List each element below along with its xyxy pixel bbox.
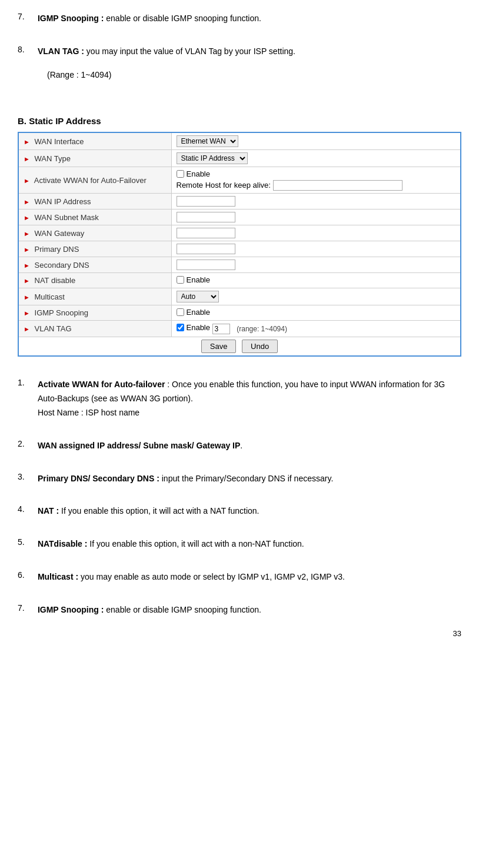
list-num-3: 3. — [18, 472, 35, 481]
wan-type-select[interactable]: Static IP Address — [177, 152, 248, 164]
value-gateway[interactable] — [171, 225, 461, 241]
list-item-1: 1. Activate WWAN for Auto-failover : Onc… — [18, 378, 461, 420]
list-item-3: 3. Primary DNS/ Secondary DNS : input th… — [18, 472, 461, 486]
list-bold-2: WAN assigned IP address/ Subne mask/ Gat… — [38, 441, 240, 450]
vlan-enable-text: Enable — [187, 323, 210, 332]
list-subtext-1: Host Name : ISP host name — [38, 408, 139, 417]
list-text-6: you may enable as auto mode or select by… — [78, 572, 345, 581]
arrow-icon-7: ► — [24, 246, 30, 253]
vlan-enable-checkbox[interactable] — [177, 324, 184, 331]
vlan-range-block: (Range : 1~4094) — [47, 68, 461, 82]
list-num-1: 1. — [18, 378, 35, 387]
label-secondary-dns: ► Secondary DNS — [18, 257, 171, 273]
multicast-select[interactable]: Auto IGMPv1 IGMPv2 IGMPv3 — [177, 291, 219, 302]
table-row-subnet: ► WAN Subnet Mask — [18, 209, 461, 225]
value-vlan-tag[interactable]: Enable (range: 1~4094) — [171, 321, 461, 337]
list-item-2: 2. WAN assigned IP address/ Subne mask/ … — [18, 439, 461, 453]
label-vlan-tag: ► VLAN TAG — [18, 321, 171, 337]
subnet-input[interactable] — [177, 212, 235, 222]
igmp-enable-checkbox[interactable] — [177, 308, 184, 316]
spacer-6 — [18, 463, 461, 472]
igmp-snooping-label-top: IGMP Snooping : — [38, 14, 104, 23]
item-num-7: 7. — [18, 12, 35, 21]
table-row-secondary-dns: ► Secondary DNS — [18, 257, 461, 273]
list-content-4: NAT : If you enable this option, it will… — [38, 504, 459, 518]
list-bold-7: IGMP Snooping : — [38, 605, 104, 614]
wwan-enable-checkbox[interactable] — [177, 170, 184, 178]
item-content-7: IGMP Snooping : enable or disable IGMP s… — [38, 12, 459, 26]
list-bold-5: NATdisable : — [38, 539, 88, 548]
value-igmp-snooping[interactable]: Enable — [171, 305, 461, 321]
primary-dns-input[interactable] — [177, 244, 235, 254]
vlan-tag-text-top: you may input the value of VLAN Tag by y… — [84, 46, 295, 56]
list-bold-4: NAT : — [38, 506, 59, 516]
spacer-5 — [18, 430, 461, 439]
label-wwan: ► Activate WWAN for Auto-Failover — [18, 167, 171, 194]
label-igmp-snooping: ► IGMP Snooping — [18, 305, 171, 321]
spacer-9 — [18, 561, 461, 570]
remote-host-row: Remote Host for keep alive: — [177, 180, 456, 191]
nat-disable-enable-label[interactable]: Enable — [177, 275, 210, 284]
label-gateway: ► WAN Gateway — [18, 225, 171, 241]
list-content-6: Multicast : you may enable as auto mode … — [38, 570, 459, 584]
table-row-nat-disable: ► NAT disable Enable — [18, 273, 461, 288]
arrow-icon-9: ► — [24, 277, 30, 284]
vlan-tag-label-top: VLAN TAG : — [38, 46, 84, 56]
vlan-enable-label[interactable]: Enable — [177, 323, 210, 332]
arrow-icon-12: ► — [24, 325, 30, 332]
table-row-wan-interface: ► WAN Interface Ethernet WAN — [18, 132, 461, 150]
list-content-3: Primary DNS/ Secondary DNS : input the P… — [38, 472, 459, 486]
spacer-7 — [18, 495, 461, 504]
value-primary-dns[interactable] — [171, 241, 461, 257]
list-text-4: If you enable this option, it will act w… — [59, 506, 259, 516]
spacer-4 — [18, 368, 461, 378]
table-row-vlan-tag: ► VLAN TAG Enable (range: 1~4094) — [18, 321, 461, 337]
vlan-range-text: (Range : 1~4094) — [47, 70, 111, 79]
value-wan-type[interactable]: Static IP Address — [171, 150, 461, 167]
list-bold-3: Primary DNS/ Secondary DNS : — [38, 474, 159, 483]
table-row-wan-ip: ► WAN IP Address — [18, 194, 461, 209]
value-nat-disable[interactable]: Enable — [171, 273, 461, 288]
value-wan-ip[interactable] — [171, 194, 461, 209]
list-item-7: 7. IGMP Snooping : enable or disable IGM… — [18, 603, 461, 617]
section-title: B. Static IP Address — [18, 116, 461, 126]
spacer-3 — [18, 101, 461, 110]
label-nat-disable: ► NAT disable — [18, 273, 171, 288]
table-row-primary-dns: ► Primary DNS — [18, 241, 461, 257]
spacer-8 — [18, 528, 461, 537]
list-text-3: input the Primary/Secondary DNS if neces… — [159, 474, 333, 483]
arrow-icon-3: ► — [24, 177, 30, 184]
nat-disable-checkbox[interactable] — [177, 276, 184, 284]
wan-interface-select[interactable]: Ethernet WAN — [177, 135, 238, 147]
value-multicast[interactable]: Auto IGMPv1 IGMPv2 IGMPv3 — [171, 288, 461, 305]
arrow-icon-11: ► — [24, 310, 30, 317]
config-table: ► WAN Interface Ethernet WAN ► WAN Type … — [18, 132, 461, 357]
wan-ip-input[interactable] — [177, 196, 235, 207]
vlan-value-input[interactable] — [212, 324, 230, 334]
save-button[interactable]: Save — [201, 340, 237, 353]
item-content-8: VLAN TAG : you may input the value of VL… — [38, 45, 459, 59]
list-num-4: 4. — [18, 504, 35, 514]
secondary-dns-input[interactable] — [177, 260, 235, 270]
nat-disable-enable-text: Enable — [187, 275, 210, 284]
table-row-gateway: ► WAN Gateway — [18, 225, 461, 241]
igmp-enable-text: Enable — [187, 308, 210, 317]
undo-button[interactable]: Undo — [242, 340, 278, 353]
value-secondary-dns[interactable] — [171, 257, 461, 273]
list-bold-6: Multicast : — [38, 572, 78, 581]
label-wan-ip: ► WAN IP Address — [18, 194, 171, 209]
wwan-row: Enable Remote Host for keep alive: — [177, 169, 456, 191]
gateway-input[interactable] — [177, 228, 235, 238]
value-subnet[interactable] — [171, 209, 461, 225]
spacer-10 — [18, 594, 461, 603]
wwan-enable-label[interactable]: Enable — [177, 169, 456, 178]
list-content-7: IGMP Snooping : enable or disable IGMP s… — [38, 603, 459, 617]
wwan-enable-text: Enable — [187, 169, 210, 178]
igmp-snooping-text-top: enable or disable IGMP snooping function… — [104, 14, 261, 23]
value-wan-interface[interactable]: Ethernet WAN — [171, 132, 461, 150]
spacer-1 — [18, 35, 461, 45]
list-text-2: . — [240, 441, 242, 450]
arrow-icon-6: ► — [24, 230, 30, 237]
remote-host-input[interactable] — [273, 180, 403, 191]
igmp-enable-label[interactable]: Enable — [177, 308, 210, 317]
